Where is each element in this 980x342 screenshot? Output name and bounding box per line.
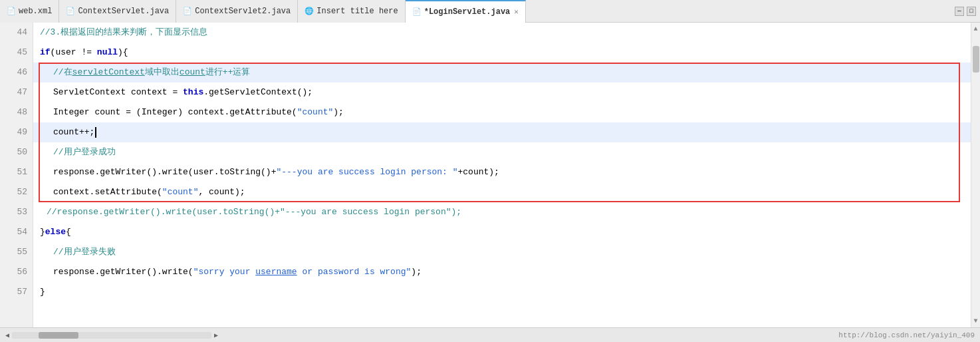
context-servlet-icon: 📄 (66, 7, 75, 15)
tab-login-servlet[interactable]: 📄 *LoginServlet.java ✕ (406, 0, 526, 23)
line49-content: count++; (53, 122, 96, 142)
code-line-51: response.getWriter().write(user.toString… (33, 162, 971, 182)
code-line-52: context.setAttribute("count", count); (33, 182, 971, 202)
web-xml-icon: 📄 (7, 7, 16, 15)
line-numbers: 44 45 46 47 48 49 50 51 52 53 54 55 56 5… (0, 23, 33, 327)
line54-content: }else{ (40, 222, 71, 242)
code-line-57: } (33, 282, 971, 302)
line56-content: response.getWriter().write("sorry your u… (53, 262, 422, 282)
scroll-right-button[interactable]: ▶ (214, 331, 218, 339)
context-servlet2-icon: 📄 (183, 7, 192, 15)
line45-if: if(user != null){ (40, 43, 128, 63)
tab-web-xml[interactable]: 📄 web.xml (0, 0, 59, 23)
line53-content: //response.getWriter().write(user.toStri… (47, 202, 461, 222)
code-area[interactable]: //3.根据返回的结果来判断，下面显示信息 if(user != null){ … (33, 23, 971, 327)
line51-content: response.getWriter().write(user.toString… (53, 162, 499, 182)
tab-context-servlet2[interactable]: 📄 ContextServlet2.java (176, 0, 298, 23)
tab-close-icon[interactable]: ✕ (514, 7, 519, 16)
bottom-scroll: ◀ ▶ (5, 331, 218, 339)
insert-title-icon: 🌐 (305, 7, 314, 15)
line48-content: Integer count = (Integer) context.getAtt… (53, 102, 344, 122)
login-servlet-icon: 📄 (412, 7, 422, 16)
line55-content: //用户登录失败 (53, 242, 116, 262)
tab-context-servlet2-label: ContextServlet2.java (195, 7, 291, 16)
scroll-down-button[interactable]: ▼ (973, 317, 977, 327)
code-line-50: //用户登录成功 (33, 142, 971, 162)
scroll-thumb-v[interactable] (973, 46, 979, 73)
line50-content: //用户登录成功 (53, 142, 116, 162)
horizontal-scroll-thumb[interactable] (39, 332, 78, 339)
scroll-up-button[interactable]: ▲ (973, 23, 977, 33)
tab-context-servlet-label: ContextServlet.java (78, 7, 169, 16)
line44-content: //3.根据返回的结果来判断，下面显示信息 (40, 23, 207, 43)
tab-web-xml-label: web.xml (19, 7, 52, 16)
line47-content: ServletContext context = this.getServlet… (53, 83, 312, 102)
tab-insert-title-label: Insert title here (316, 7, 398, 16)
tab-context-servlet[interactable]: 📄 ContextServlet.java (59, 0, 176, 23)
window-controls: — □ (955, 7, 980, 16)
status-url: http://blog.csdn.net/yaiyin_409 (838, 331, 975, 339)
code-line-44: //3.根据返回的结果来判断，下面显示信息 (33, 23, 971, 43)
code-line-45: if(user != null){ (33, 43, 971, 63)
code-line-46: //在servletContext域中取出count进行++运算 (33, 63, 971, 83)
code-line-54: }else{ (33, 222, 971, 242)
code-line-56: response.getWriter().write("sorry your u… (33, 262, 971, 282)
code-line-49: count++; (33, 122, 971, 142)
tab-bar: 📄 web.xml 📄 ContextServlet.java 📄 Contex… (0, 0, 980, 23)
editor: 44 45 46 47 48 49 50 51 52 53 54 55 56 5… (0, 23, 980, 327)
horizontal-scroll-track[interactable] (12, 332, 211, 339)
minimize-button[interactable]: — (955, 7, 964, 16)
code-line-47: ServletContext context = this.getServlet… (33, 83, 971, 102)
tab-insert-title[interactable]: 🌐 Insert title here (298, 0, 405, 23)
line46-content: //在servletContext域中取出count进行++运算 (53, 63, 250, 83)
line52-content: context.setAttribute("count", count); (53, 182, 245, 202)
code-line-53: //response.getWriter().write(user.toStri… (33, 202, 971, 222)
vertical-scrollbar[interactable]: ▲ ▼ (971, 23, 980, 327)
tab-login-servlet-label: *LoginServlet.java (424, 7, 511, 17)
code-line-55: //用户登录失败 (33, 242, 971, 262)
maximize-button[interactable]: □ (967, 7, 976, 16)
line57-content: } (40, 282, 45, 302)
scroll-left-button[interactable]: ◀ (5, 331, 9, 339)
code-line-48: Integer count = (Integer) context.getAtt… (33, 102, 971, 122)
bottom-bar: ◀ ▶ http://blog.csdn.net/yaiyin_409 (0, 327, 980, 342)
